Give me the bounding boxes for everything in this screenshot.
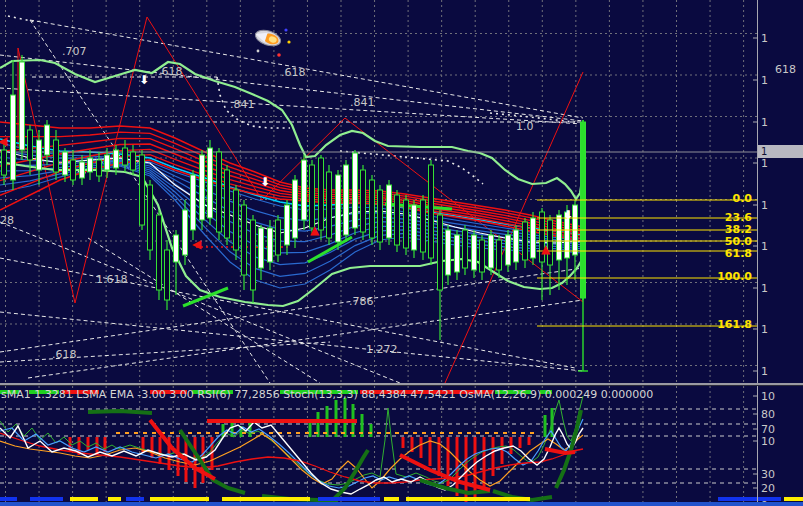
down-arrow-marker: ⬇ bbox=[563, 209, 573, 221]
price-scale-label: 1 bbox=[761, 241, 768, 252]
fib-level-label: 0.0 bbox=[700, 193, 752, 204]
panel-scale-label: 20 bbox=[761, 483, 775, 494]
price-scale-label: 1 bbox=[761, 283, 768, 294]
panel-scale-label: 10 bbox=[761, 391, 775, 402]
price-scale-label: 1 bbox=[761, 117, 768, 128]
down-arrow-marker: ⬇ bbox=[139, 74, 149, 86]
fan-level-label: .707 bbox=[62, 46, 87, 57]
current-price-box: 1 bbox=[758, 145, 803, 158]
price-scale-label: 1 bbox=[761, 33, 768, 44]
panel-separator[interactable] bbox=[0, 383, 803, 386]
mouse-cursor-icon bbox=[252, 24, 294, 60]
fan-level-label: .618 bbox=[281, 67, 306, 78]
left-arrow-marker: ◀ bbox=[192, 238, 201, 250]
indicator-readout: sMA1 1.3281 LSMA EMA -3.00 3.00 RSI(6) 7… bbox=[1, 388, 653, 401]
trading-chart-window: sMA1 1.3281 LSMA EMA -3.00 3.00 RSI(6) 7… bbox=[0, 0, 803, 506]
fan-level-label: .618 bbox=[52, 349, 77, 360]
fib-level-label: 100.0 bbox=[700, 271, 752, 282]
panel-scale-label: 70 bbox=[761, 424, 775, 435]
fan-level-label: .618 bbox=[158, 66, 183, 77]
price-scale-label: 1 bbox=[761, 324, 768, 335]
fib-level-label: 23.6 bbox=[700, 212, 752, 223]
fib-level-label: 61.8 bbox=[700, 248, 752, 259]
panel-scale-label: 30 bbox=[761, 469, 775, 480]
fan-level-label: 1.0 bbox=[516, 121, 534, 132]
fib-level-label: 38.2 bbox=[700, 224, 752, 235]
fan-level-label: 1.618 bbox=[96, 274, 128, 285]
price-scale-divider[interactable] bbox=[757, 0, 758, 502]
price-scale-label: 1 bbox=[761, 75, 768, 86]
window-bottom-edge bbox=[0, 502, 803, 506]
up-arrow-marker: ▲ bbox=[310, 224, 319, 236]
panel-scale-label: 10 bbox=[761, 436, 775, 447]
up-arrow-marker: ▲ bbox=[541, 243, 550, 255]
fan-level-label: 1.272 bbox=[366, 344, 398, 355]
panel-scale-label: 80 bbox=[761, 409, 775, 420]
fan-level-label: .841 bbox=[350, 97, 375, 108]
down-arrow-marker: ⬇ bbox=[260, 176, 270, 188]
left-arrow-marker: ◀ bbox=[0, 135, 7, 147]
fan-level-label: .841 bbox=[230, 99, 255, 110]
fan-level-label: 618 bbox=[775, 64, 796, 75]
fib-level-label: 50.0 bbox=[700, 236, 752, 247]
fib-level-label: 161.8 bbox=[700, 319, 752, 330]
price-scale-label: 1 bbox=[761, 366, 768, 377]
price-scale-label: 1 bbox=[761, 200, 768, 211]
price-scale-label: 1 bbox=[761, 158, 768, 169]
fan-level-label: 28 bbox=[0, 215, 14, 226]
chart-canvas[interactable] bbox=[0, 0, 803, 506]
fan-level-label: .786 bbox=[349, 296, 374, 307]
